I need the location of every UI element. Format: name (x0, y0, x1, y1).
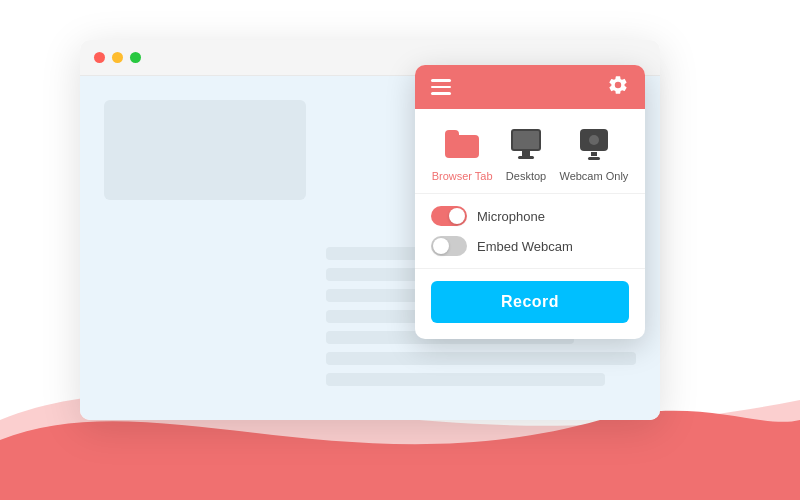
settings-button[interactable] (607, 74, 629, 100)
image-placeholder (104, 100, 306, 200)
popup-panel: Browser Tab Desktop Webcam (415, 65, 645, 339)
hamburger-menu-button[interactable] (431, 79, 451, 95)
record-button[interactable]: Record (431, 281, 629, 323)
text-line-7 (326, 373, 605, 386)
tab-webcam-label: Webcam Only (559, 169, 628, 183)
tab-desktop-label: Desktop (506, 169, 546, 183)
microphone-toggle[interactable] (431, 206, 467, 226)
webcam-icon (575, 125, 613, 163)
tab-browser[interactable]: Browser Tab (432, 125, 493, 183)
tab-browser-label: Browser Tab (432, 169, 493, 183)
tab-desktop[interactable]: Desktop (506, 125, 546, 183)
toggle-section: Microphone Embed Webcam (415, 194, 645, 269)
embed-webcam-label: Embed Webcam (477, 239, 573, 254)
embed-webcam-toggle[interactable] (431, 236, 467, 256)
source-tabs: Browser Tab Desktop Webcam (415, 109, 645, 194)
microphone-row: Microphone (431, 206, 629, 226)
microphone-label: Microphone (477, 209, 545, 224)
content-left (104, 100, 306, 396)
embed-webcam-row: Embed Webcam (431, 236, 629, 256)
popup-footer: Record (415, 269, 645, 339)
text-line-6 (326, 352, 636, 365)
monitor-icon (507, 125, 545, 163)
dot-yellow (112, 52, 123, 63)
dot-red (94, 52, 105, 63)
folder-icon (443, 125, 481, 163)
popup-header (415, 65, 645, 109)
tab-webcam[interactable]: Webcam Only (559, 125, 628, 183)
dot-green (130, 52, 141, 63)
